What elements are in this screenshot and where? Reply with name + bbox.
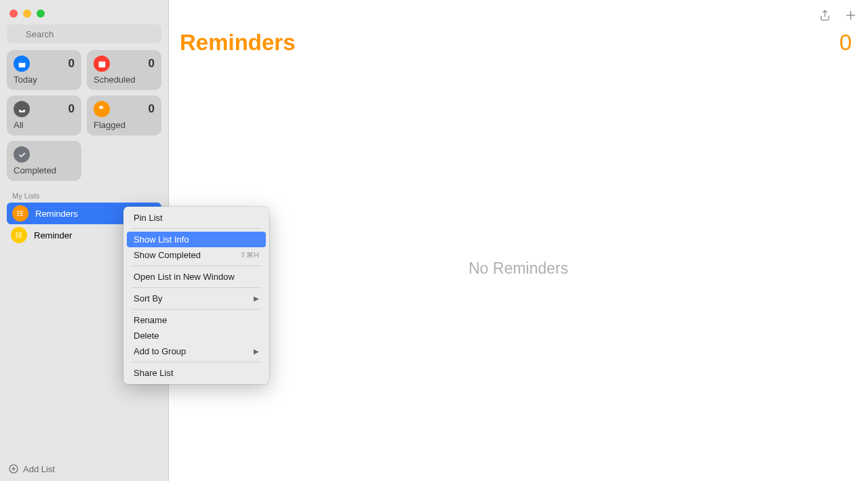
flagged-count: 0 <box>149 102 155 116</box>
search-wrap <box>0 24 168 50</box>
add-list-button[interactable]: Add List <box>0 457 168 481</box>
maximize-window-button[interactable] <box>37 9 45 18</box>
svg-point-13 <box>16 235 17 236</box>
svg-point-15 <box>16 237 17 238</box>
close-window-button[interactable] <box>9 9 18 18</box>
flag-icon <box>94 101 110 117</box>
today-label: Today <box>14 75 75 85</box>
svg-point-7 <box>18 213 18 214</box>
list-bullet-icon <box>12 205 28 222</box>
menu-share-list[interactable]: Share List <box>127 365 266 381</box>
minimize-window-button[interactable] <box>23 9 31 18</box>
empty-state: No Reminders <box>169 56 868 481</box>
menu-show-completed[interactable]: Show Completed ⇧⌘H <box>127 247 266 263</box>
smart-all[interactable]: 0 All <box>7 96 81 135</box>
chevron-right-icon: ▶ <box>254 295 259 302</box>
completed-label: Completed <box>14 165 75 175</box>
svg-rect-3 <box>18 61 25 62</box>
share-icon <box>818 9 831 22</box>
menu-item-label: Pin List <box>134 213 163 223</box>
add-button[interactable] <box>844 8 857 22</box>
menu-separator <box>131 287 262 288</box>
menu-separator <box>131 228 262 229</box>
svg-rect-4 <box>98 61 105 67</box>
title-row: Reminders 0 <box>169 30 868 56</box>
chevron-right-icon: ▶ <box>254 348 259 355</box>
smart-completed[interactable]: Completed <box>7 141 81 181</box>
menu-rename[interactable]: Rename <box>127 312 266 328</box>
inbox-icon <box>14 101 30 117</box>
list-bullet-icon <box>11 227 27 243</box>
scheduled-label: Scheduled <box>94 75 155 85</box>
main-content: Reminders 0 No Reminders <box>169 0 868 481</box>
menu-item-label: Share List <box>134 368 174 378</box>
toolbar <box>169 0 868 30</box>
checkmark-icon <box>14 146 30 163</box>
menu-pin-list[interactable]: Pin List <box>127 210 266 226</box>
search-input[interactable] <box>7 24 161 43</box>
menu-item-label: Show Completed <box>134 250 201 260</box>
menu-item-label: Open List in New Window <box>134 272 235 282</box>
smart-today[interactable]: 0 Today <box>7 50 81 90</box>
add-list-label: Add List <box>23 464 55 474</box>
smart-flagged[interactable]: 0 Flagged <box>87 96 161 135</box>
menu-separator <box>131 362 262 362</box>
page-title: Reminders <box>180 30 296 56</box>
my-lists-header: My Lists <box>0 181 168 203</box>
plus-circle-icon <box>8 463 19 474</box>
menu-item-label: Delete <box>134 331 159 341</box>
menu-item-label: Sort By <box>134 293 163 304</box>
calendar-today-icon <box>14 56 30 72</box>
svg-point-11 <box>16 233 17 234</box>
plus-icon <box>844 9 857 22</box>
svg-point-9 <box>18 215 18 216</box>
share-button[interactable] <box>818 8 831 22</box>
menu-item-label: Show List Info <box>134 234 189 245</box>
calendar-icon <box>94 56 110 72</box>
all-count: 0 <box>68 102 75 116</box>
menu-shortcut: ⇧⌘H <box>240 251 259 259</box>
menu-add-to-group[interactable]: Add to Group ▶ <box>127 343 266 359</box>
scheduled-count: 0 <box>149 57 155 70</box>
page-count: 0 <box>840 30 852 56</box>
menu-delete[interactable]: Delete <box>127 328 266 343</box>
all-label: All <box>14 120 75 130</box>
menu-separator <box>131 266 262 266</box>
menu-item-label: Rename <box>134 315 167 325</box>
menu-separator <box>131 309 262 310</box>
menu-show-list-info[interactable]: Show List Info <box>127 232 266 247</box>
context-menu: Pin List Show List Info Show Completed ⇧… <box>123 207 269 384</box>
menu-item-label: Add to Group <box>134 346 186 356</box>
smart-lists: 0 Today 0 Scheduled 0 All <box>0 50 168 181</box>
today-count: 0 <box>68 57 75 70</box>
menu-sort-by[interactable]: Sort By ▶ <box>127 291 266 306</box>
window-controls <box>0 0 168 24</box>
menu-open-new-window[interactable]: Open List in New Window <box>127 269 266 285</box>
smart-scheduled[interactable]: 0 Scheduled <box>87 50 161 90</box>
svg-point-5 <box>18 211 18 212</box>
flagged-label: Flagged <box>94 120 155 130</box>
